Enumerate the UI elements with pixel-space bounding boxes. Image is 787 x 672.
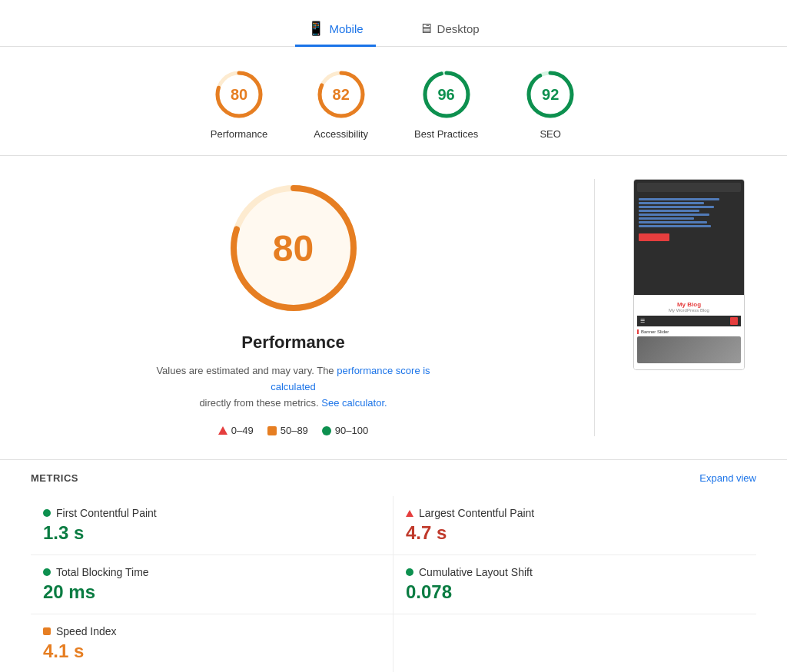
metric-lcp-label-row: Largest Contentful Paint: [406, 507, 744, 519]
legend-fail: 0–49: [218, 425, 254, 436]
phone-banner-label: Banner Slider: [637, 329, 741, 334]
metric-cls: Cumulative Layout Shift 0.078: [394, 555, 756, 614]
metric-fcp-label: First Contentful Paint: [56, 507, 157, 519]
metric-si-value: 4.1 s: [43, 641, 380, 662]
legend-pass-range: 90–100: [335, 425, 368, 436]
metric-tbt: Total Blocking Time 20 ms: [31, 555, 394, 614]
performance-description: Values are estimated and may vary. The p…: [148, 363, 440, 411]
performance-title: Performance: [241, 333, 345, 353]
tab-desktop-label: Desktop: [437, 22, 480, 35]
metric-fcp-indicator: [43, 509, 51, 517]
metrics-section: METRICS Expand view First Contentful Pai…: [0, 459, 787, 672]
phone-line-8: [639, 225, 711, 227]
phone-line-5: [639, 214, 709, 216]
tab-desktop[interactable]: 🖥 Desktop: [407, 13, 492, 47]
phone-blog-subtitle: My WordPress Blog: [637, 308, 741, 313]
metric-cls-indicator: [406, 568, 413, 576]
score-legend: 0–49 50–89 90–100: [218, 425, 368, 436]
metric-fcp-inner: First Contentful Paint 1.3 s: [43, 507, 380, 544]
metric-fcp: First Contentful Paint 1.3 s: [31, 496, 394, 555]
metrics-grid: First Contentful Paint 1.3 s Largest Con…: [31, 496, 756, 672]
metric-tbt-inner: Total Blocking Time 20 ms: [43, 566, 380, 603]
metrics-header: METRICS Expand view: [31, 472, 756, 484]
score-value-performance: 80: [231, 86, 247, 104]
metric-lcp: Largest Contentful Paint 4.7 s: [394, 496, 756, 555]
phone-line-2: [639, 202, 704, 204]
phone-line-7: [639, 221, 707, 223]
phone-nav-bar: [637, 183, 741, 192]
tab-mobile-label: Mobile: [329, 22, 363, 35]
phone-content: My Blog My WordPress Blog ☰ Banner Slide…: [634, 295, 744, 369]
metric-cls-label-row: Cumulative Layout Shift: [406, 566, 744, 578]
legend-pass: 90–100: [322, 425, 368, 436]
metric-si-label-row: Speed Index: [43, 625, 380, 637]
phone-line-6: [639, 217, 694, 220]
metric-lcp-indicator: [406, 510, 413, 517]
phone-toolbar: ☰: [637, 316, 741, 326]
phone-menu-icon: ☰: [640, 318, 645, 324]
metric-fcp-value: 1.3 s: [43, 522, 380, 544]
score-row: 80 Performance 82 Accessibility 96: [0, 47, 787, 156]
metric-tbt-indicator: [43, 568, 51, 576]
metric-si-label: Speed Index: [56, 625, 117, 637]
desktop-icon: 🖥: [419, 21, 433, 37]
phone-search-icon: [730, 317, 738, 325]
phone-line-4: [639, 210, 699, 212]
phone-red-button: [639, 233, 669, 241]
legend-fail-range: 0–49: [231, 425, 254, 436]
metric-cls-value: 0.078: [406, 581, 744, 603]
phone-screenshot: My Blog My WordPress Blog ☰ Banner Slide…: [633, 179, 745, 370]
tab-mobile[interactable]: 📱 Mobile: [295, 12, 375, 47]
left-panel: 80 Performance Values are estimated and …: [31, 179, 556, 436]
metric-si-inner: Speed Index 4.1 s: [43, 625, 380, 662]
phone-line-3: [639, 206, 714, 208]
metric-tbt-label: Total Blocking Time: [56, 566, 149, 578]
phone-line-1: [639, 198, 719, 200]
metric-fcp-label-row: First Contentful Paint: [43, 507, 380, 519]
legend-average-range: 50–89: [281, 425, 308, 436]
dot-icon: [322, 426, 331, 435]
score-best-practices[interactable]: 96 Best Practices: [414, 68, 478, 140]
score-value-best-practices: 96: [437, 86, 454, 104]
metric-si: Speed Index 4.1 s: [31, 614, 394, 672]
calculator-link[interactable]: See calculator.: [321, 397, 387, 409]
metric-tbt-label-row: Total Blocking Time: [43, 566, 380, 578]
phone-blog-title: My Blog: [637, 301, 741, 308]
big-score-circle: 80: [224, 179, 363, 317]
score-label-best-practices: Best Practices: [414, 128, 478, 140]
score-seo[interactable]: 92 SEO: [524, 68, 576, 140]
metric-si-indicator: [43, 627, 51, 635]
score-accessibility[interactable]: 82 Accessibility: [314, 68, 368, 140]
score-circle-seo: 92: [524, 68, 576, 121]
right-panel: My Blog My WordPress Blog ☰ Banner Slide…: [633, 179, 756, 370]
score-circle-performance: 80: [213, 68, 265, 121]
metrics-title: METRICS: [31, 472, 78, 484]
metric-lcp-value: 4.7 s: [406, 522, 744, 544]
metric-cls-label: Cumulative Layout Shift: [419, 566, 533, 578]
score-circle-accessibility: 82: [315, 68, 367, 121]
phone-top: [634, 180, 744, 295]
mobile-icon: 📱: [307, 20, 324, 37]
legend-average: 50–89: [267, 425, 308, 436]
expand-view-button[interactable]: Expand view: [699, 472, 756, 484]
score-circle-best-practices: 96: [420, 68, 473, 121]
big-score-value: 80: [273, 227, 314, 270]
tab-bar: 📱 Mobile 🖥 Desktop: [0, 0, 787, 47]
main-content: 80 Performance Values are estimated and …: [0, 156, 787, 459]
score-performance[interactable]: 80 Performance: [211, 68, 267, 140]
score-value-accessibility: 82: [333, 86, 350, 104]
square-icon: [267, 426, 277, 435]
score-label-performance: Performance: [211, 128, 267, 140]
phone-link-lines: [637, 195, 741, 230]
score-label-accessibility: Accessibility: [314, 128, 368, 140]
score-value-seo: 92: [542, 86, 559, 104]
score-label-seo: SEO: [540, 128, 560, 140]
metric-lcp-inner: Largest Contentful Paint 4.7 s: [406, 507, 744, 544]
metric-cls-inner: Cumulative Layout Shift 0.078: [406, 566, 744, 603]
triangle-icon: [218, 426, 227, 435]
vertical-divider: [594, 179, 595, 436]
phone-banner-image: [637, 336, 741, 363]
metric-tbt-value: 20 ms: [43, 581, 380, 603]
metric-lcp-label: Largest Contentful Paint: [419, 507, 534, 519]
